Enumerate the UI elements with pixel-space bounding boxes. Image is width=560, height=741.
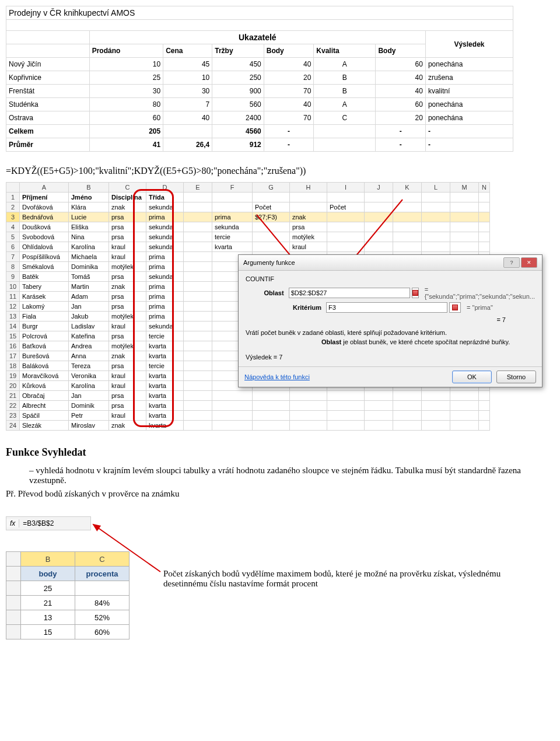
- cell[interactable]: [212, 193, 253, 202]
- cell[interactable]: sekunda: [146, 321, 184, 331]
- cell[interactable]: [253, 222, 290, 232]
- cell[interactable]: znak: [109, 202, 146, 212]
- cell[interactable]: Karolína: [69, 381, 109, 391]
- cell[interactable]: motýlek: [109, 312, 146, 321]
- body-procenta-table[interactable]: B C body procenta 252184%1352%1560%: [6, 551, 130, 639]
- cell[interactable]: prsa: [290, 222, 327, 232]
- cell[interactable]: [422, 202, 450, 212]
- cell[interactable]: Dvořáková: [20, 202, 69, 212]
- cell[interactable]: Disciplína: [109, 193, 146, 202]
- cell[interactable]: Klára: [69, 202, 109, 212]
- cell[interactable]: Eliška: [69, 222, 109, 232]
- cell[interactable]: [327, 421, 365, 431]
- cell[interactable]: Andrea: [69, 341, 109, 351]
- cell[interactable]: [393, 232, 422, 242]
- cell[interactable]: Bednářová: [20, 212, 69, 222]
- formula-bar[interactable]: fx =B3/$B$2: [6, 516, 91, 530]
- cell[interactable]: [365, 242, 393, 252]
- cell[interactable]: [393, 222, 422, 232]
- cell[interactable]: [184, 252, 212, 262]
- cell[interactable]: Jakub: [69, 312, 109, 321]
- cell[interactable]: 25: [21, 581, 75, 596]
- cell[interactable]: [365, 193, 393, 202]
- col-header[interactable]: K: [393, 183, 422, 193]
- cell[interactable]: Spáčil: [20, 411, 69, 421]
- cell[interactable]: Ladislav: [69, 321, 109, 331]
- cell[interactable]: [422, 193, 450, 202]
- cell[interactable]: Obračaj: [20, 391, 69, 401]
- col-header[interactable]: D: [146, 183, 184, 193]
- cell[interactable]: Slezák: [20, 421, 69, 431]
- cell[interactable]: kvarta: [146, 411, 184, 421]
- cell[interactable]: [365, 401, 393, 411]
- col-header[interactable]: B: [69, 183, 109, 193]
- cell[interactable]: Nina: [69, 232, 109, 242]
- cell[interactable]: Kateřina: [69, 331, 109, 341]
- cell[interactable]: kvarta: [146, 391, 184, 401]
- cell[interactable]: prima: [146, 302, 184, 312]
- cell[interactable]: prsa: [109, 331, 146, 341]
- cell[interactable]: Dominika: [69, 262, 109, 272]
- cell[interactable]: [479, 401, 490, 411]
- col-header[interactable]: E: [184, 183, 212, 193]
- cell[interactable]: [75, 581, 130, 596]
- cell[interactable]: [393, 421, 422, 431]
- cell[interactable]: [253, 232, 290, 242]
- cell[interactable]: Baťková: [20, 341, 69, 351]
- cell[interactable]: [184, 331, 212, 341]
- cell[interactable]: [450, 242, 479, 252]
- cell[interactable]: Počet: [327, 202, 365, 212]
- cell[interactable]: kvarta: [146, 401, 184, 411]
- cell[interactable]: [184, 411, 212, 421]
- cell[interactable]: Svobodová: [20, 232, 69, 242]
- cell[interactable]: Karolína: [69, 242, 109, 252]
- cell[interactable]: 13: [21, 610, 75, 625]
- cell[interactable]: prima: [146, 292, 184, 302]
- cell[interactable]: Burgr: [20, 321, 69, 331]
- cell[interactable]: Tereza: [69, 361, 109, 371]
- cell[interactable]: [479, 421, 490, 431]
- cell[interactable]: kvarta: [212, 242, 253, 252]
- cell[interactable]: [479, 193, 490, 202]
- cell[interactable]: prsa: [109, 391, 146, 401]
- cell[interactable]: [450, 411, 479, 421]
- cell[interactable]: prsa: [109, 361, 146, 371]
- cell[interactable]: [422, 232, 450, 242]
- cell[interactable]: motýlek: [290, 232, 327, 242]
- cell[interactable]: motýlek: [109, 262, 146, 272]
- range-picker-icon[interactable]: [412, 288, 419, 298]
- cell[interactable]: Michaela: [69, 252, 109, 262]
- cell[interactable]: Lakomý: [20, 302, 69, 312]
- cell[interactable]: Baláková: [20, 361, 69, 371]
- formula-value[interactable]: =B3/$B$2: [19, 519, 90, 527]
- cell[interactable]: prima: [146, 262, 184, 272]
- cell[interactable]: [253, 391, 290, 401]
- col-header[interactable]: I: [327, 183, 365, 193]
- cell[interactable]: Pospíšilíková: [20, 252, 69, 262]
- cell[interactable]: Martin: [69, 282, 109, 292]
- cell[interactable]: [422, 222, 450, 232]
- col-header[interactable]: C: [109, 183, 146, 193]
- cell[interactable]: [184, 401, 212, 411]
- cell[interactable]: [184, 262, 212, 272]
- cell[interactable]: [479, 232, 490, 242]
- cell[interactable]: [365, 232, 393, 242]
- cell[interactable]: Lucie: [69, 212, 109, 222]
- help-icon[interactable]: ?: [503, 257, 520, 268]
- cell[interactable]: prsa: [109, 212, 146, 222]
- cell[interactable]: [393, 242, 422, 252]
- cell[interactable]: prima: [146, 312, 184, 321]
- cell[interactable]: [184, 371, 212, 381]
- cell[interactable]: [212, 391, 253, 401]
- cell[interactable]: Tomáš: [69, 272, 109, 282]
- cell[interactable]: [450, 193, 479, 202]
- cell[interactable]: Fiala: [20, 312, 69, 321]
- range-picker-icon[interactable]: [449, 302, 461, 313]
- cell[interactable]: Příjmení: [20, 193, 69, 202]
- kriterium-input[interactable]: [326, 302, 447, 313]
- cell[interactable]: prima: [212, 212, 253, 222]
- cell[interactable]: prima: [146, 212, 184, 222]
- cell[interactable]: [327, 391, 365, 401]
- cell[interactable]: 15: [21, 625, 75, 639]
- cell[interactable]: kvarta: [146, 421, 184, 431]
